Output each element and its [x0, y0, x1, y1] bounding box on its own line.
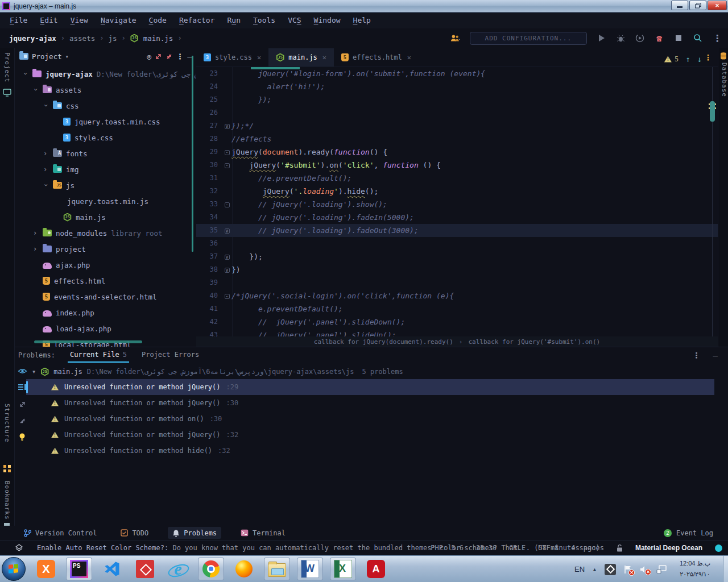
tree-item-jquery.toast.min.js[interactable]: jquery.toast.min.js — [15, 193, 196, 209]
toolbar-kebab-icon[interactable]: ⋮ — [712, 33, 722, 43]
locate-file-icon[interactable]: ◎ — [147, 52, 151, 61]
menu-item-window[interactable]: Window — [308, 13, 347, 28]
theme-color-dot-icon[interactable] — [715, 544, 722, 552]
code-line-29[interactable]: 29-jQuery(document).ready(function() { — [196, 146, 718, 159]
problem-row-1[interactable]: Unresolved function or method jQuery():2… — [26, 379, 714, 395]
tree-chevron-icon[interactable] — [33, 277, 39, 285]
tree-chevron-icon[interactable] — [33, 293, 39, 301]
breadcrumb-callback-1[interactable]: callback for jQuery(document).ready() — [314, 338, 453, 346]
fold-icon[interactable]: - — [225, 294, 230, 299]
problem-row-5[interactable]: Unresolved function or method hide():32 — [26, 443, 714, 459]
tree-chevron-icon[interactable]: › — [32, 88, 40, 93]
menu-item-code[interactable]: Code — [143, 13, 173, 28]
inspection-widget[interactable]: 5 ↑ ↓ — [664, 55, 702, 64]
run-icon[interactable] — [596, 33, 606, 43]
prev-warning-icon[interactable]: ↑ — [685, 55, 690, 64]
fold-marker-icon[interactable]: v — [222, 224, 231, 237]
taskbar-app-phpstorm[interactable] — [66, 558, 92, 580]
tab-main.js[interactable]: main.js✕ — [268, 48, 334, 66]
tree-chevron-icon[interactable]: › — [33, 229, 39, 237]
language-indicator[interactable]: EN — [574, 565, 585, 573]
code-line-34[interactable]: 34 // jQuery('.loading').fadeIn(5000); — [196, 211, 718, 224]
menu-item-view[interactable]: View — [64, 13, 94, 28]
theme-name[interactable]: Material Deep Ocean — [635, 544, 702, 552]
breadcrumb-callback-2[interactable]: callback for jQuery('#submit').on() — [468, 338, 600, 346]
tree-item-index.php[interactable]: index.php — [15, 305, 196, 321]
tree-chevron-icon[interactable]: › — [42, 103, 50, 109]
tray-diamond-app-icon[interactable] — [605, 564, 616, 575]
code-line-35[interactable]: 35v // jQuery('.loading').fadeOut(3000); — [196, 224, 718, 237]
fold-marker-icon[interactable]: - — [222, 198, 231, 211]
tree-item-jquery-ajax[interactable]: ›jquery-ajaxD:\New folder\وردپرس\برنامه6… — [15, 66, 196, 82]
taskbar-app-excel[interactable] — [330, 558, 356, 580]
tool-strip-structure-label[interactable]: Structure — [3, 404, 11, 443]
toolwindow-version-control[interactable]: Version Control — [19, 527, 101, 539]
fold-marker-icon[interactable]: v — [222, 119, 231, 132]
project-tool-icon[interactable] — [3, 89, 11, 97]
taskbar-app-word[interactable] — [297, 558, 323, 580]
network-icon[interactable] — [656, 565, 667, 574]
tree-chevron-icon[interactable] — [33, 309, 39, 317]
hidden-icons-chevron[interactable]: ▲ — [592, 567, 597, 572]
code-line-27[interactable]: 27v});*/ — [196, 119, 718, 132]
breadcrumb-item-jquery-ajax[interactable]: jquery-ajax — [9, 34, 56, 43]
expand-all-icon[interactable] — [155, 53, 162, 60]
volume-muted-icon[interactable]: ✕ — [640, 566, 649, 573]
taskbar-app-xampp[interactable]: X — [33, 558, 59, 580]
taskbar-app-vscode[interactable] — [99, 558, 125, 580]
code-line-23[interactable]: 23 jQuery('#login-form').on('submit',fun… — [196, 67, 718, 80]
tab-style.css[interactable]: style.css✕ — [196, 48, 268, 66]
menu-item-tools[interactable]: Tools — [247, 13, 282, 28]
search-everywhere-icon[interactable] — [693, 33, 703, 43]
status-widget-0[interactable]: PHP: 5.6 — [431, 544, 464, 552]
taskbar-app-firefox[interactable] — [231, 558, 257, 580]
menu-item-file[interactable]: File — [3, 13, 34, 28]
tool-strip-database-label[interactable]: Database — [721, 63, 728, 97]
taskbar-app-chrome[interactable] — [198, 558, 224, 580]
tree-chevron-icon[interactable] — [53, 197, 59, 205]
editor-scrollbar[interactable] — [710, 67, 715, 336]
code-line-26[interactable]: 26 — [196, 106, 718, 119]
menu-item-edit[interactable]: Edit — [34, 13, 64, 28]
code-line-28[interactable]: 28//effects — [196, 132, 718, 146]
menu-item-navigate[interactable]: Navigate — [94, 13, 143, 28]
menu-item-vcs[interactable]: VCS — [282, 13, 307, 28]
code-line-41[interactable]: 41 e.preventDefault(); — [196, 302, 718, 315]
fold-marker-icon[interactable]: v — [222, 263, 231, 276]
tree-chevron-icon[interactable] — [33, 325, 39, 332]
code-line-30[interactable]: 30- jQuery('#submit').on('click', functi… — [196, 159, 718, 172]
code-line-24[interactable]: 24 alert('hi!'); — [196, 80, 718, 93]
close-button[interactable]: ✕ — [708, 1, 727, 10]
fold-marker-icon[interactable]: v — [222, 250, 231, 263]
problems-kebab-icon[interactable]: ⋮ — [693, 351, 701, 360]
debug-icon[interactable] — [615, 33, 626, 43]
tree-chevron-icon[interactable]: › — [43, 165, 49, 173]
fold-marker-icon[interactable]: - — [222, 146, 231, 159]
editor-kebab-icon[interactable]: ⋮ — [704, 53, 712, 62]
minimize-button[interactable] — [671, 1, 688, 10]
status-widget-3[interactable]: UTF-8 — [538, 544, 559, 552]
tab-project-errors[interactable]: Project Errors — [142, 347, 199, 363]
notification-icon[interactable] — [15, 544, 23, 552]
run-with-coverage-icon[interactable] — [635, 33, 645, 43]
taskbar-app-diamond-app[interactable] — [132, 558, 158, 580]
tree-chevron-icon[interactable]: › — [42, 183, 50, 189]
start-button[interactable] — [2, 557, 26, 581]
fold-marker-icon[interactable]: - — [222, 159, 231, 172]
tab-close-icon[interactable]: ✕ — [407, 53, 411, 61]
tree-chevron-icon[interactable] — [53, 213, 59, 221]
taskbar-app-acrobat[interactable]: A — [363, 558, 389, 580]
tool-strip-project-label[interactable]: Project — [3, 52, 11, 82]
tree-chevron-icon[interactable] — [33, 261, 39, 269]
tree-item-img[interactable]: ›img — [15, 161, 196, 177]
taskbar-app-file-explorer[interactable] — [264, 558, 290, 580]
event-log-button[interactable]: 2 Event Log — [664, 529, 713, 537]
group-chevron-icon[interactable]: ▾ — [32, 368, 36, 376]
tree-item-main.js[interactable]: main.js — [15, 209, 196, 225]
action-center-icon[interactable]: ✕ — [623, 565, 632, 574]
next-warning-icon[interactable]: ↓ — [697, 55, 702, 64]
project-view-chevron-icon[interactable]: ▾ — [65, 53, 69, 60]
problem-row-4[interactable]: Unresolved function or method jQuery():3… — [26, 427, 714, 443]
panel-kebab-icon[interactable]: ⋮ — [176, 52, 184, 61]
tree-item-js[interactable]: ›js — [15, 177, 196, 193]
